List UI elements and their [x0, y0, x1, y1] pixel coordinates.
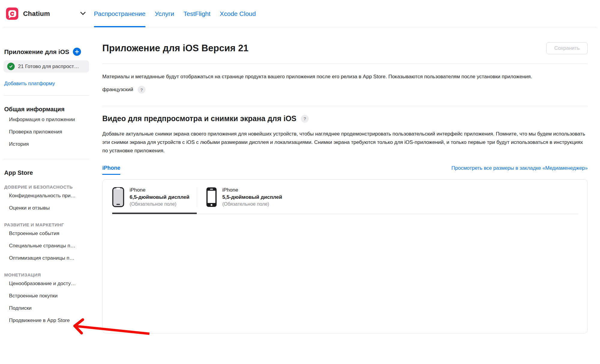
- sidebar-item-subscriptions[interactable]: Подписки: [4, 302, 89, 314]
- trust-safety-caption: ДОВЕРИЕ И БЕЗОПАСНОСТЬ: [4, 184, 89, 189]
- size-tab-divider: [197, 187, 197, 207]
- growth-marketing-caption: РАЗВИТИЕ И МАРКЕТИНГ: [4, 222, 89, 227]
- add-platform-plus-button[interactable]: [73, 48, 81, 56]
- nav-tab-testflight[interactable]: TestFlight: [184, 0, 211, 27]
- nav-tab-xcode-cloud[interactable]: Xcode Cloud: [220, 0, 256, 27]
- page-title: Приложение для iOS Версия 21: [102, 43, 248, 54]
- sidebar-divider: [4, 159, 89, 159]
- iphone-home-button-icon: [206, 187, 217, 207]
- sidebar-item-ratings-reviews[interactable]: Оценки и отзывы: [4, 202, 89, 214]
- screenshots-card: iPhone 6,5-дюймовый дисплей (Обязательно…: [102, 179, 588, 333]
- metadata-intro-text: Материалы и метаданные будут отображатьс…: [102, 72, 588, 81]
- header-divider: [4, 27, 596, 27]
- sidebar-item-history[interactable]: История: [4, 138, 89, 150]
- monetization-caption: МОНЕТИЗАЦИЯ: [4, 272, 89, 277]
- active-tab-underline: [94, 26, 146, 27]
- plus-icon: [75, 50, 79, 54]
- size-tab-6-5-inch[interactable]: iPhone 6,5-дюймовый дисплей (Обязательно…: [112, 187, 197, 207]
- chatium-logo-icon: [6, 7, 18, 20]
- sidebar-item-in-app-purchases[interactable]: Встроенные покупки: [4, 290, 89, 302]
- sidebar-item-product-page-optimization[interactable]: Оптимизация страницы п…: [4, 252, 89, 264]
- sidebar-item-privacy[interactable]: Конфиденциальность при…: [4, 189, 89, 202]
- add-platform-link[interactable]: Добавить платформу: [4, 81, 89, 87]
- version-status-label: 21 Готово для распрост…: [18, 64, 79, 70]
- platform-title: Приложение для iOS: [4, 48, 69, 55]
- media-manager-link[interactable]: Просмотреть все размеры в закладке «Меди…: [452, 165, 588, 171]
- size-tab-5-5-inch[interactable]: iPhone 5,5-дюймовый дисплей (Обязательно…: [206, 187, 282, 207]
- sidebar-item-app-review[interactable]: Проверка приложения: [4, 126, 89, 138]
- check-icon: [7, 63, 15, 70]
- chevron-down-icon[interactable]: [80, 10, 86, 15]
- size-tab-baseline: [197, 214, 578, 214]
- save-button[interactable]: Сохранить: [546, 42, 588, 54]
- main-nav: Распространение Услуги TestFlight Xcode …: [94, 0, 256, 27]
- sidebar: Приложение для iOS 21 Готово для распрос…: [0, 27, 102, 327]
- nav-tab-distribution[interactable]: Распространение: [94, 0, 146, 27]
- main-content: Приложение для iOS Версия 21 Сохранить М…: [102, 27, 600, 333]
- help-icon[interactable]: ?: [138, 86, 146, 94]
- sidebar-item-pricing-availability[interactable]: Ценообразование и досту…: [4, 277, 89, 290]
- language-label: французский: [102, 87, 133, 93]
- sidebar-item-custom-product-pages[interactable]: Специальные страницы п…: [4, 240, 89, 252]
- sidebar-divider: [4, 95, 89, 96]
- general-section-title: Общая информация: [4, 106, 89, 113]
- iphone-notch-icon: [112, 187, 124, 207]
- sidebar-item-app-information[interactable]: Информация о приложении: [4, 113, 89, 126]
- top-header: Chatium Распространение Услуги TestFligh…: [0, 0, 600, 27]
- app-switcher[interactable]: Chatium: [0, 7, 94, 20]
- device-tab-iphone[interactable]: iPhone: [102, 165, 120, 175]
- appstore-section-title: App Store: [4, 169, 89, 176]
- nav-tab-services[interactable]: Услуги: [155, 0, 174, 27]
- version-status-item[interactable]: 21 Готово для распрост…: [4, 60, 89, 73]
- sidebar-item-in-app-events[interactable]: Встроенные события: [4, 227, 89, 240]
- help-icon[interactable]: ?: [301, 115, 309, 123]
- title-divider: [102, 64, 588, 64]
- app-name: Chatium: [23, 10, 50, 18]
- sidebar-item-app-store-promotion[interactable]: Продвижение в App Store: [4, 314, 89, 327]
- active-size-tab-underline: [112, 213, 197, 214]
- section-divider: [102, 106, 588, 106]
- media-section-description: Добавьте актуальные снимки экрана своего…: [102, 130, 588, 155]
- media-section-title: Видео для предпросмотра и снимки экрана …: [102, 114, 296, 123]
